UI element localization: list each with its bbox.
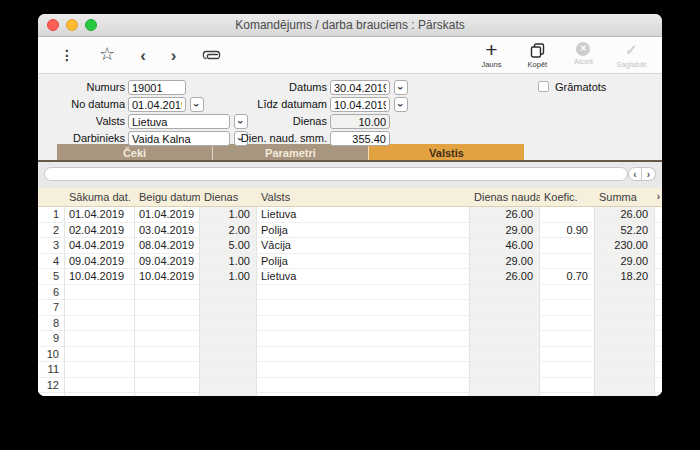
table-cell[interactable] (200, 362, 257, 378)
operations-menu-icon[interactable]: ⋮ (60, 48, 74, 62)
table-cell[interactable] (65, 393, 135, 396)
table-cell[interactable] (257, 331, 470, 347)
table-cell[interactable]: 0.90 (540, 223, 595, 239)
table-cell[interactable]: Polija (257, 223, 470, 239)
table-cell[interactable]: 46.00 (470, 238, 540, 254)
table-cell[interactable]: 08.04.2019 (135, 238, 200, 254)
next-record-icon[interactable]: › (171, 47, 177, 64)
table-cell[interactable] (540, 331, 595, 347)
attachment-paperclip-icon[interactable] (201, 48, 223, 62)
table-cell[interactable] (135, 393, 200, 396)
tab-valstis[interactable]: Valstis (368, 144, 524, 160)
favorite-star-icon[interactable]: ☆ (99, 45, 115, 63)
table-cell[interactable] (135, 378, 200, 394)
table-cell[interactable]: 10.04.2019 (135, 269, 200, 285)
table-cell[interactable] (257, 285, 470, 301)
copy-button[interactable]: Kopēt (524, 42, 550, 69)
table-cell[interactable] (470, 393, 540, 396)
row-number[interactable]: 8 (38, 316, 65, 332)
table-cell[interactable] (65, 285, 135, 301)
table-cell[interactable]: 01.04.2019 (65, 207, 135, 223)
table-cell[interactable] (540, 300, 595, 316)
table-cell[interactable]: 03.04.2019 (135, 223, 200, 239)
row-number[interactable]: 6 (38, 285, 65, 301)
row-number[interactable]: 2 (38, 223, 65, 239)
table-cell[interactable]: 26.00 (595, 207, 655, 223)
table-cell[interactable]: 04.04.2019 (65, 238, 135, 254)
tab-čeki[interactable]: Čeki (57, 144, 212, 160)
table-cell[interactable] (65, 347, 135, 363)
table-cell[interactable]: 02.04.2019 (65, 223, 135, 239)
table-cell[interactable] (540, 238, 595, 254)
table-cell[interactable] (65, 316, 135, 332)
table-cell[interactable] (200, 378, 257, 394)
table-cell[interactable] (540, 285, 595, 301)
table-cell[interactable] (595, 285, 655, 301)
table-cell[interactable]: 29.00 (470, 223, 540, 239)
table-cell[interactable] (135, 362, 200, 378)
table-cell[interactable] (470, 347, 540, 363)
row-number[interactable]: 1 (38, 207, 65, 223)
table-cell[interactable] (540, 378, 595, 394)
table-cell[interactable] (200, 300, 257, 316)
table-cell[interactable]: 09.04.2019 (65, 254, 135, 270)
table-cell[interactable] (470, 316, 540, 332)
table-cell[interactable]: Lietuva (257, 207, 470, 223)
table-cell[interactable] (540, 347, 595, 363)
titlebar[interactable]: Komandējums / darba brauciens : Pārskats (38, 14, 662, 37)
table-cell[interactable] (540, 207, 595, 223)
table-cell[interactable]: 1.00 (200, 254, 257, 270)
table-cell[interactable] (257, 316, 470, 332)
numurs-input[interactable] (128, 80, 186, 95)
table-cell[interactable]: 10.04.2019 (65, 269, 135, 285)
table-cell[interactable] (257, 347, 470, 363)
row-number[interactable]: 12 (38, 378, 65, 394)
table-cell[interactable] (595, 362, 655, 378)
row-number[interactable]: 11 (38, 362, 65, 378)
table-cell[interactable] (257, 378, 470, 394)
table-cell[interactable]: 0.70 (540, 269, 595, 285)
table-cell[interactable] (470, 331, 540, 347)
table-cell[interactable] (595, 316, 655, 332)
table-cell[interactable]: 29.00 (595, 254, 655, 270)
row-number[interactable]: 9 (38, 331, 65, 347)
table-cell[interactable] (257, 393, 470, 396)
tab-parametri[interactable]: Parametri (212, 144, 368, 160)
table-cell[interactable]: 230.00 (595, 238, 655, 254)
header-scroll-right-icon[interactable]: › (655, 188, 662, 206)
table-cell[interactable] (257, 362, 470, 378)
table-cell[interactable]: 26.00 (470, 207, 540, 223)
table-cell[interactable] (200, 285, 257, 301)
table-cell[interactable] (65, 300, 135, 316)
table-cell[interactable] (200, 316, 257, 332)
table-cell[interactable] (470, 378, 540, 394)
new-button[interactable]: + Jauns (478, 42, 504, 69)
table-cell[interactable] (595, 393, 655, 396)
table-cell[interactable] (470, 300, 540, 316)
row-number[interactable]: 3 (38, 238, 65, 254)
row-number[interactable]: 4 (38, 254, 65, 270)
table-cell[interactable] (540, 254, 595, 270)
table-cell[interactable] (135, 300, 200, 316)
scroll-left-button[interactable]: ‹ (628, 167, 642, 181)
table-cell[interactable]: Lietuva (257, 269, 470, 285)
table-cell[interactable] (65, 378, 135, 394)
row-number[interactable]: 10 (38, 347, 65, 363)
row-number[interactable]: 5 (38, 269, 65, 285)
table-cell[interactable] (135, 331, 200, 347)
table-cell[interactable]: 1.00 (200, 269, 257, 285)
previous-record-icon[interactable]: ‹ (140, 47, 146, 64)
table-cell[interactable] (257, 300, 470, 316)
table-cell[interactable] (540, 316, 595, 332)
table-cell[interactable] (595, 300, 655, 316)
table-cell[interactable]: 18.20 (595, 269, 655, 285)
zoom-window-button[interactable] (85, 19, 97, 31)
table-cell[interactable] (470, 285, 540, 301)
table-cell[interactable]: Polija (257, 254, 470, 270)
lidz-datumam-input[interactable] (330, 97, 390, 112)
table-cell[interactable]: 29.00 (470, 254, 540, 270)
table-cell[interactable] (595, 378, 655, 394)
table-cell[interactable] (200, 393, 257, 396)
scrollbar-track[interactable] (44, 167, 628, 181)
table-cell[interactable] (200, 347, 257, 363)
